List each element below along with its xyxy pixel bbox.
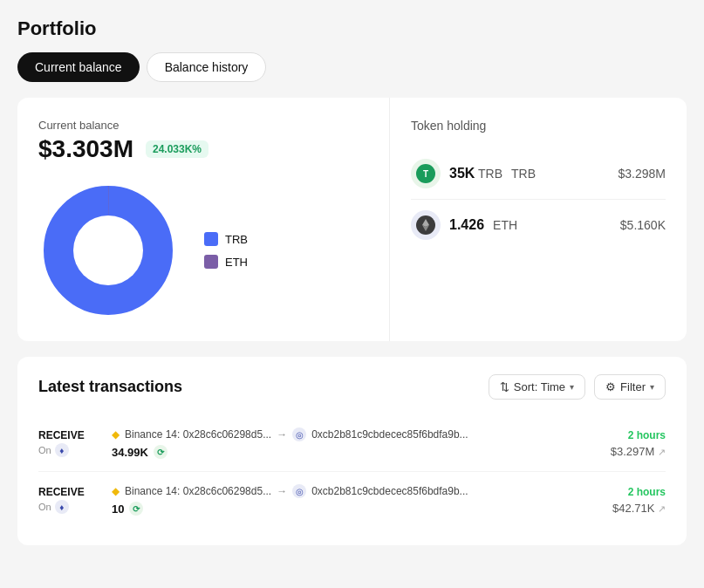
chart-legend: TRB ETH	[204, 232, 248, 269]
tx-from-1: Binance 14: 0x28c6c06298d5...	[125, 428, 271, 441]
sort-label: Sort: Time	[514, 380, 565, 393]
legend-eth-label: ETH	[225, 256, 248, 269]
tab-bar: Current balance Balance history	[17, 52, 687, 82]
legend-trb: TRB	[204, 232, 248, 246]
balance-badge: 24.033K%	[146, 140, 208, 158]
tx-amount-icon-2: ⟳	[129, 502, 143, 516]
addr-icon-2: ◎	[292, 484, 306, 498]
external-link-icon-1[interactable]: ↗	[658, 447, 666, 457]
tx-amount-2: 10	[112, 503, 124, 516]
filter-chevron-icon: ▾	[650, 382, 654, 392]
balance-amount: $3.303M	[38, 135, 133, 163]
balance-row: $3.303M 24.033K%	[38, 135, 368, 163]
eth-symbol-text: ETH	[493, 218, 517, 232]
eth-icon	[411, 210, 441, 240]
tx-usd-2: $42.71K	[612, 502, 654, 515]
arrow-icon-2: →	[277, 485, 287, 497]
sort-chevron-icon: ▾	[570, 382, 574, 392]
tx-time-1: 2 hours	[611, 429, 666, 441]
filter-label: Filter	[620, 380, 646, 393]
filter-button[interactable]: ⚙ Filter ▾	[594, 374, 666, 400]
tx-amount-1: 34.99K	[112, 446, 148, 459]
tx-header: Latest transactions ⇅ Sort: Time ▾ ⚙ Fil…	[38, 374, 666, 400]
trb-icon: T	[411, 159, 441, 188]
sort-icon: ⇅	[500, 380, 509, 393]
svg-point-2	[73, 215, 143, 285]
external-link-icon-2[interactable]: ↗	[658, 503, 666, 514]
table-row: RECEIVE On ♦ ◆ Binance 14: 0x28c6c06298d…	[38, 415, 666, 472]
trb-amount: 35K	[449, 166, 475, 181]
tx-to-1: 0xcb2b81c9cbdecec85f6bdfa9b...	[311, 428, 468, 441]
page-title: Portfolio	[17, 17, 687, 40]
eth-amount: 1.426	[449, 217, 484, 233]
legend-eth: ETH	[204, 255, 248, 269]
token-row-trb: T 35K TRB TRB TRB $3.298M	[411, 148, 666, 200]
binance-icon-1: ◆	[112, 428, 120, 441]
right-panel: Token holding T 35K TRB TRB TR	[390, 98, 687, 341]
tx-type-2: RECEIVE	[38, 486, 99, 498]
sort-button[interactable]: ⇅ Sort: Time ▾	[489, 374, 585, 400]
tx-on-label-1: On	[38, 445, 51, 455]
table-row: RECEIVE On ♦ ◆ Binance 14: 0x28c6c06298d…	[38, 472, 666, 528]
tx-time-2: 2 hours	[612, 486, 666, 498]
tx-type-1: RECEIVE	[38, 429, 99, 441]
filter-icon: ⚙	[605, 380, 616, 393]
left-panel: Current balance $3.303M 24.033K%	[17, 98, 390, 341]
transactions-section: Latest transactions ⇅ Sort: Time ▾ ⚙ Fil…	[17, 357, 687, 545]
balance-label: Current balance	[38, 119, 368, 132]
tx-title: Latest transactions	[38, 378, 182, 396]
main-card: Current balance $3.303M 24.033K%	[17, 98, 687, 341]
tab-current-balance[interactable]: Current balance	[17, 52, 140, 82]
eth-value: $5.160K	[620, 218, 666, 232]
tx-amount-icon-1: ⟳	[154, 445, 167, 459]
token-holding-title: Token holding	[411, 119, 666, 133]
addr-icon-1: ◎	[292, 427, 306, 441]
donut-chart	[38, 181, 178, 320]
trb-symbol: TRB	[478, 167, 502, 181]
token-row-eth: 1.426 ETH $5.160K	[411, 200, 666, 250]
tx-to-2: 0xcb2b81c9cbdecec85f6bdfa9b...	[311, 485, 468, 497]
legend-trb-label: TRB	[225, 233, 248, 246]
binance-icon-2: ◆	[112, 485, 120, 497]
tx-on-eth-icon-1: ♦	[55, 443, 69, 457]
chart-area: TRB ETH	[38, 181, 368, 320]
tx-from-2: Binance 14: 0x28c6c06298d5...	[125, 485, 271, 497]
tx-on-label-2: On	[38, 502, 51, 512]
trb-value: $3.298M	[619, 167, 666, 181]
trb-symbol-text: TRB	[511, 167, 536, 181]
tx-controls: ⇅ Sort: Time ▾ ⚙ Filter ▾	[489, 374, 666, 400]
svg-text:T: T	[423, 169, 428, 179]
legend-eth-color	[204, 255, 218, 269]
tx-on-eth-icon-2: ♦	[55, 500, 69, 514]
legend-trb-color	[204, 232, 218, 246]
tab-balance-history[interactable]: Balance history	[147, 52, 267, 82]
tx-usd-1: $3.297M	[611, 445, 655, 458]
arrow-icon-1: →	[277, 428, 287, 441]
